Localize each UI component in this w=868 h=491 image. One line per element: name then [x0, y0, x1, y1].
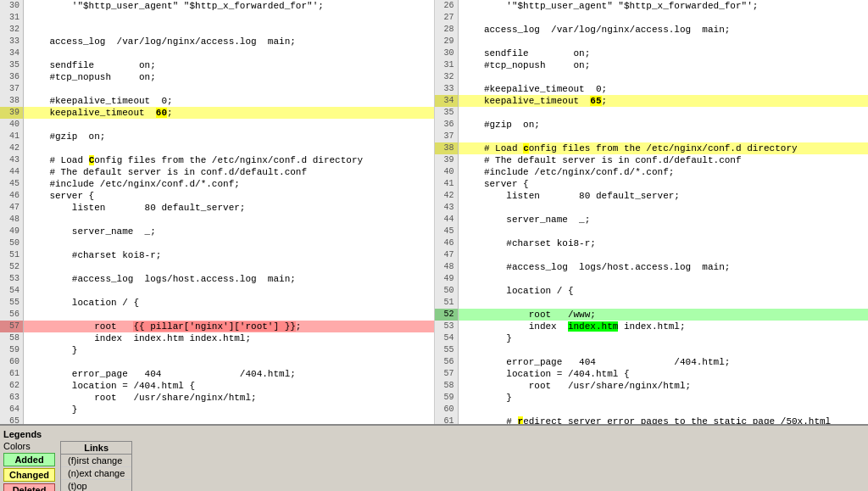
- line-number: 63: [0, 392, 24, 404]
- line-number: 30: [435, 47, 459, 59]
- line-content: '"$http_user_agent" "$http_x_forwarded_f…: [459, 0, 869, 12]
- line-content: [24, 119, 434, 131]
- line-number: 34: [435, 95, 459, 107]
- line-content: [24, 356, 434, 368]
- table-row: 48: [0, 214, 434, 226]
- line-content: # Load Config files from the /etc/nginx/…: [24, 154, 434, 166]
- table-row: 60: [435, 404, 869, 416]
- line-content: [459, 273, 869, 285]
- line-content: #gzip on;: [24, 131, 434, 142]
- table-row: 38 #keepalive_timeout 0;: [0, 95, 434, 107]
- left-diff-pane[interactable]: 30 '"$http_user_agent" "$http_x_forwarde…: [0, 0, 435, 424]
- table-row: 31 #tcp_nopush on;: [435, 59, 869, 71]
- table-row: 33 access_log /var/log/nginx/access.log …: [0, 36, 434, 47]
- line-content: server {: [24, 190, 434, 202]
- table-row: 41 server {: [435, 178, 869, 190]
- line-content: root /www;: [459, 309, 869, 321]
- table-row: 44 server_name _;: [435, 214, 869, 226]
- line-content: #tcp_nopush on;: [459, 59, 869, 71]
- line-number: 42: [435, 190, 459, 202]
- line-number: 58: [435, 380, 459, 392]
- line-number: 53: [435, 321, 459, 332]
- line-number: 38: [0, 95, 24, 107]
- line-content: [459, 12, 869, 24]
- table-row: 55: [435, 344, 869, 356]
- diff-area: 30 '"$http_user_agent" "$http_x_forwarde…: [0, 0, 868, 424]
- table-row: 42 listen 80 default_server;: [435, 190, 869, 202]
- first-change-link[interactable]: (f)irst change: [61, 455, 131, 467]
- table-row: 50 location / {: [435, 285, 869, 297]
- line-number: 44: [435, 214, 459, 226]
- line-number: 38: [435, 142, 459, 154]
- line-content: #include /etc/nginx/conf.d/*.conf;: [24, 178, 434, 190]
- line-content: [459, 36, 869, 47]
- next-change-link[interactable]: (n)ext change: [61, 467, 131, 480]
- line-number: 54: [435, 332, 459, 344]
- line-content: [24, 237, 434, 249]
- table-row: 39 keepalive_timeout 60;: [0, 107, 434, 119]
- line-content: [459, 202, 869, 214]
- line-number: 40: [435, 166, 459, 178]
- line-content: [459, 297, 869, 309]
- table-row: 39 # The default server is in conf.d/def…: [435, 154, 869, 166]
- line-number: 49: [0, 226, 24, 237]
- line-number: 41: [0, 131, 24, 142]
- line-number: 55: [435, 344, 459, 356]
- line-content: server_name _;: [24, 226, 434, 237]
- line-number: 31: [0, 12, 24, 24]
- line-content: }: [459, 392, 869, 404]
- table-row: 32: [0, 24, 434, 36]
- line-number: 52: [0, 261, 24, 273]
- line-number: 50: [435, 285, 459, 297]
- line-content: [459, 226, 869, 237]
- colors-label: Colors: [3, 441, 55, 451]
- line-content: error_page 404 /404.html;: [24, 368, 434, 380]
- table-row: 65: [0, 416, 434, 424]
- line-content: error_page 404 /404.html;: [459, 356, 869, 368]
- table-row: 34 keepalive_timeout 65;: [435, 95, 869, 107]
- table-row: 33 #keepalive_timeout 0;: [435, 83, 869, 95]
- line-number: 35: [0, 59, 24, 71]
- line-number: 59: [435, 392, 459, 404]
- line-number: 43: [0, 154, 24, 166]
- right-diff-pane[interactable]: 26 '"$http_user_agent" "$http_x_forwarde…: [435, 0, 869, 424]
- line-content: [459, 71, 869, 83]
- line-number: 56: [0, 309, 24, 321]
- table-row: 46 #charset koi8-r;: [435, 237, 869, 249]
- line-content: sendfile on;: [459, 47, 869, 59]
- table-row: 53 #access_log logs/host.access.log main…: [0, 273, 434, 285]
- line-content: location = /404.html {: [24, 380, 434, 392]
- table-row: 34: [0, 47, 434, 59]
- line-number: 51: [0, 249, 24, 261]
- line-number: 32: [0, 24, 24, 36]
- line-number: 31: [435, 59, 459, 71]
- line-content: # Load config files from the /etc/nginx/…: [459, 142, 869, 154]
- table-row: 58 root /usr/share/nginx/html;: [435, 380, 869, 392]
- line-content: listen 80 default_server;: [24, 202, 434, 214]
- table-row: 41 #gzip on;: [0, 131, 434, 142]
- line-number: 56: [435, 356, 459, 368]
- line-content: root /usr/share/nginx/html;: [24, 392, 434, 404]
- line-content: keepalive_timeout 65;: [459, 95, 869, 107]
- line-content: sendfile on;: [24, 59, 434, 71]
- table-row: 44 # The default server is in conf.d/def…: [0, 166, 434, 178]
- line-number: 41: [435, 178, 459, 190]
- line-content: [24, 24, 434, 36]
- line-content: [24, 416, 434, 424]
- line-content: [24, 83, 434, 95]
- line-content: # The default server is in conf.d/defaul…: [24, 166, 434, 178]
- table-row: 32: [435, 71, 869, 83]
- line-number: 45: [0, 178, 24, 190]
- table-row: 57 root {{ pillar['nginx']['root'] }};: [0, 321, 434, 332]
- line-number: 49: [435, 273, 459, 285]
- line-number: 37: [435, 131, 459, 142]
- line-content: root /usr/share/nginx/html;: [459, 380, 869, 392]
- table-row: 40 #include /etc/nginx/conf.d/*.conf;: [435, 166, 869, 178]
- table-row: 28 access_log /var/log/nginx/access.log …: [435, 24, 869, 36]
- line-number: 46: [435, 237, 459, 249]
- line-number: 34: [0, 47, 24, 59]
- line-number: 65: [0, 416, 24, 424]
- line-content: location = /404.html {: [459, 368, 869, 380]
- table-row: 64 }: [0, 404, 434, 416]
- top-link[interactable]: (t)op: [61, 480, 131, 491]
